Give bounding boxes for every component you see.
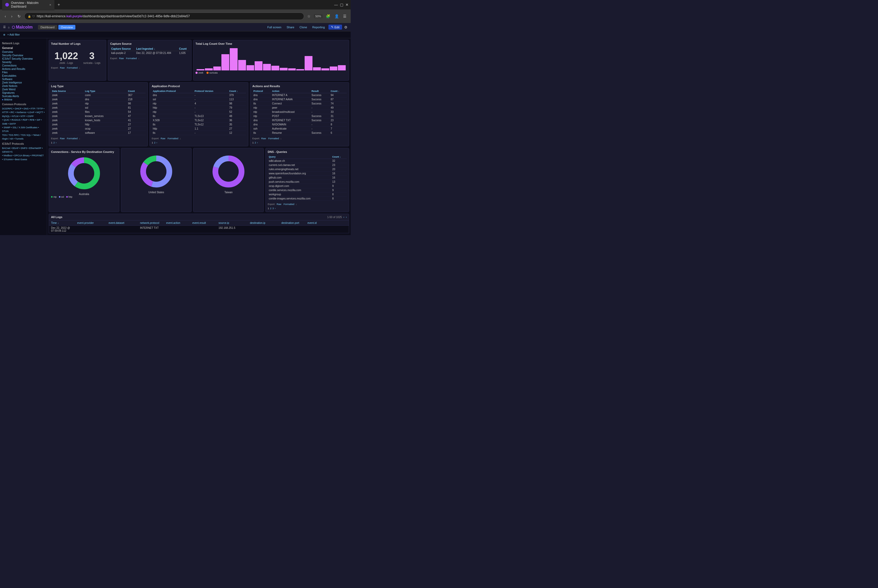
sidebar-protocol-dns[interactable]: DNS: [24, 107, 28, 110]
sidebar-protocol-ftp[interactable]: FTP: [31, 107, 35, 110]
sidebar-protocol-quic[interactable]: QUIC: [4, 118, 10, 121]
sidebar-protocol-smtp[interactable]: SMTP: [9, 123, 16, 125]
sidebar-ics-ethernetip[interactable]: EtherNet/IP: [29, 147, 41, 150]
sidebar-link-signatures[interactable]: Signatures: [2, 91, 45, 94]
sidebar-ics-bsap[interactable]: BSAP: [12, 147, 19, 150]
sidebar-link-suricata-alerts[interactable]: Suricata Alerts: [2, 94, 45, 98]
capture-raw-link[interactable]: Raw: [119, 57, 124, 60]
sidebar-link-zeek-weird[interactable]: Zeek Weird: [2, 88, 45, 91]
dns-page-2[interactable]: 2: [270, 207, 271, 210]
sidebar-link-connections[interactable]: Connections: [2, 64, 45, 67]
home-icon[interactable]: ⌂: [8, 26, 10, 29]
tab-close-button[interactable]: ✕: [49, 3, 51, 6]
col-provider[interactable]: event.provider: [77, 222, 109, 224]
settings-icon[interactable]: ⚙: [344, 25, 348, 29]
profile-icon[interactable]: 👤: [333, 13, 340, 20]
sidebar-protocol-kerberos[interactable]: Kerberos: [16, 111, 26, 114]
dns-page-1[interactable]: 1: [268, 207, 269, 210]
sidebar-protocol-x509[interactable]: X.509 Certificates: [19, 126, 37, 129]
bookmark-icon[interactable]: ☆: [306, 13, 312, 20]
sidebar-protocol-ntlm[interactable]: NTLM: [12, 115, 19, 117]
sidebar-protocol-tds-rpc[interactable]: TDS RPC: [9, 134, 19, 136]
menu-icon[interactable]: ☰: [342, 13, 348, 20]
forward-button[interactable]: ›: [10, 13, 14, 20]
sidebar-protocol-mysql[interactable]: MySQL: [2, 115, 10, 117]
sidebar-protocol-snmp[interactable]: SNMP: [4, 126, 10, 129]
sidebar-protocol-tds[interactable]: TDS: [2, 134, 7, 136]
edit-button[interactable]: ✎ Edit: [328, 25, 342, 30]
sidebar-link-zeek-notices[interactable]: Zeek Notices: [2, 84, 45, 88]
refresh-button[interactable]: ↻: [16, 13, 22, 20]
ap-page-2[interactable]: 2: [154, 141, 156, 144]
lt-next-page[interactable]: ›: [56, 141, 57, 144]
ap-next-page[interactable]: ›: [156, 141, 157, 144]
window-close-icon[interactable]: ✕: [345, 3, 349, 7]
ar-page-1[interactable]: 1: [252, 141, 253, 144]
sidebar-protocol-tds-sql[interactable]: TDS SQL: [21, 134, 31, 136]
ar-raw-link[interactable]: Raw: [261, 137, 266, 140]
sidebar-protocol-tunnels[interactable]: Tunnels: [15, 138, 24, 140]
sidebar-protocol-rdp[interactable]: RDP: [22, 118, 27, 121]
tab-overview[interactable]: Overview: [58, 25, 76, 30]
back-button[interactable]: ‹: [3, 13, 7, 20]
sidebar-link-security-overview[interactable]: Security Overview: [2, 54, 45, 57]
sidebar-ics-s7comm[interactable]: S7comm: [4, 158, 13, 161]
all-logs-next[interactable]: ›: [346, 216, 347, 219]
sidebar-ics-profinet[interactable]: PROFINET: [32, 154, 44, 157]
ap-page-1[interactable]: 1: [152, 141, 153, 144]
sidebar-protocol-radius[interactable]: RADIUS: [12, 118, 20, 121]
all-logs-prev[interactable]: ‹: [343, 216, 344, 219]
sidebar-protocol-ssl[interactable]: SSL: [13, 126, 17, 129]
sidebar-link-executables[interactable]: Executables: [2, 74, 45, 78]
minimize-icon[interactable]: —: [334, 3, 338, 7]
dns-page-3[interactable]: 3: [273, 207, 274, 210]
sidebar-link-overview[interactable]: Overview: [2, 50, 45, 54]
sidebar-link-zeek-intelligence[interactable]: Zeek Intelligence: [2, 81, 45, 84]
dns-formatted-link[interactable]: Formatted: [284, 203, 294, 206]
sidebar-link-ics-overview[interactable]: ICS/IoT Security Overview: [2, 57, 45, 60]
sidebar-link-files[interactable]: Files: [2, 70, 45, 74]
dns-raw-link[interactable]: Raw: [277, 203, 281, 206]
lt-formatted-link[interactable]: Formatted: [67, 137, 78, 140]
hamburger-icon[interactable]: ☰: [3, 26, 6, 29]
clone-button[interactable]: Clone: [298, 25, 309, 29]
lt-page-1[interactable]: 1: [51, 141, 52, 144]
sidebar-protocol-sip[interactable]: SIP: [37, 118, 40, 121]
ap-raw-link[interactable]: Raw: [161, 137, 165, 140]
sidebar-ics-dnp3[interactable]: DNP3: [21, 147, 27, 150]
col-dest-ip[interactable]: destination.ip: [250, 222, 281, 224]
capture-formatted-link[interactable]: Formatted: [126, 57, 137, 60]
tab-dashboard[interactable]: Dashboard: [38, 25, 57, 30]
ap-formatted-link[interactable]: Formatted: [168, 137, 178, 140]
col-protocol[interactable]: network.protocol: [140, 222, 166, 224]
extensions-icon[interactable]: 🧩: [325, 13, 331, 20]
sidebar-ics-bacnet[interactable]: BACnet: [2, 147, 10, 150]
dns-next-page[interactable]: ›: [275, 207, 276, 210]
sidebar-ics-best-guess[interactable]: Best Guess: [15, 158, 27, 161]
sidebar-link-actions-results[interactable]: Actions and Results: [2, 67, 45, 70]
sidebar-protocol-http[interactable]: HTTP: [2, 111, 8, 114]
col-action[interactable]: event.action: [166, 222, 192, 224]
col-dest-port[interactable]: destination.port: [281, 222, 307, 224]
ar-formatted-link[interactable]: Formatted: [268, 137, 279, 140]
sidebar-protocol-ospf[interactable]: OSPF: [27, 115, 34, 117]
add-filter-button[interactable]: + Add filter: [7, 33, 20, 36]
lt-raw-link[interactable]: Raw: [60, 137, 64, 140]
sidebar-ics-modbus[interactable]: Modbus: [4, 154, 12, 157]
sidebar-protocol-ntp[interactable]: NTP: [20, 115, 25, 117]
col-dataset[interactable]: event.dataset: [109, 222, 140, 224]
share-button[interactable]: Share: [285, 25, 296, 29]
sidebar-link-software[interactable]: Software: [2, 78, 45, 81]
sidebar-protocol-stun[interactable]: STUN: [2, 130, 9, 132]
sidebar-protocol-dhcp[interactable]: DHCP: [15, 107, 21, 110]
export-formatted-link[interactable]: Formatted: [67, 66, 78, 69]
reporting-button[interactable]: Reporting: [311, 25, 326, 29]
url-bar[interactable]: 🔒 🛡 https://kali-eminence.kali.purple/da…: [24, 13, 304, 20]
sidebar-link-severity[interactable]: Severity: [2, 60, 45, 64]
sidebar-protocol-mqtt[interactable]: MQTT: [36, 111, 43, 114]
new-tab-button[interactable]: +: [55, 1, 62, 8]
lt-page-2[interactable]: 2: [53, 141, 55, 144]
maximize-icon[interactable]: ▢: [340, 3, 343, 7]
sidebar-protocol-smb[interactable]: SMB: [2, 123, 7, 125]
col-result[interactable]: event.result: [192, 222, 219, 224]
